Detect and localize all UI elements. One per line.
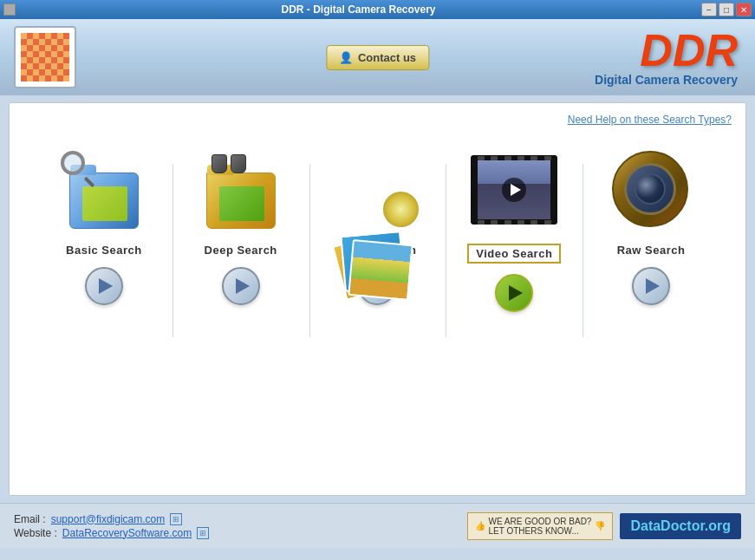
basic-search-button[interactable] [85,267,123,305]
basic-search-icon-area [56,147,152,233]
lens-middle [624,163,676,215]
deep-search-icon [198,151,284,229]
deep-search-icon-area [193,147,289,233]
deep-search-label: Deep Search [205,244,277,257]
email-link[interactable]: support@fixdigicam.com [51,513,166,525]
deep-search-button[interactable] [222,267,260,305]
raw-search-label: Raw Search [617,244,686,257]
photo-card-3 [348,239,413,301]
feedback-icon: 👍 [475,521,485,531]
search-item-video: Video Search [453,147,575,312]
feedback-button[interactable]: 👍 WE ARE GOOD OR BAD? LET OTHERS KNOW...… [467,512,614,540]
close-button[interactable]: ✕ [736,3,752,16]
footer-contact-info: Email : support@fixdigicam.com ⊞ Website… [14,513,209,539]
minimize-button[interactable]: − [701,3,717,16]
magnifier-icon [61,151,95,186]
folder-deep [206,173,276,229]
video-search-icon [466,151,562,229]
footer-email-row: Email : support@fixdigicam.com ⊞ [14,513,209,525]
lens-outer [612,151,688,227]
film-hole [517,220,524,225]
raw-search-icon [603,151,699,229]
video-search-label: Video Search [467,244,561,264]
play-triangle [236,278,250,294]
film-hole [504,156,511,160]
film-hole [517,156,524,160]
camera-lens [612,151,690,229]
film-hole [530,220,537,225]
film-hole [491,156,498,160]
lens-inner [635,173,666,205]
play-tri-video [511,184,521,196]
photo-overlay [381,190,420,229]
video-search-button[interactable] [495,274,533,312]
logo-box [14,26,76,88]
datadoctor-badge: DataDoctor.org [620,513,741,539]
film-hole [530,156,537,160]
header: 👤 Contact us DDR Digital Camera Recovery [0,19,755,95]
email-label: Email : [14,513,46,525]
title-bar: DDR - Digital Camera Recovery − □ ✕ [0,0,755,19]
brand-subtitle: Digital Camera Recovery [595,73,738,87]
search-item-raw: Raw Search [590,147,712,305]
folder-basic-content [82,186,127,221]
maximize-button[interactable]: □ [719,3,734,16]
email-external-icon[interactable]: ⊞ [170,513,182,525]
feedback-text: WE ARE GOOD OR BAD? LET OTHERS KNOW... [489,517,592,536]
footer: Email : support@fixdigicam.com ⊞ Website… [0,503,755,548]
play-triangle [646,278,660,294]
film-hole [478,220,485,225]
contact-button[interactable]: 👤 Contact us [326,45,429,70]
brand-area: DDR Digital Camera Recovery [595,28,738,87]
film-hole [491,220,498,225]
play-triangle [99,278,113,294]
logo-icon [21,33,69,81]
video-search-icon-area [466,147,562,233]
raw-search-button[interactable] [632,267,670,305]
website-external-icon[interactable]: ⊞ [197,527,209,539]
footer-website-row: Website : DataRecoverySoftware.com ⊞ [14,527,209,539]
main-content: Need Help on these Search Types? Basic S… [9,102,746,496]
website-link[interactable]: DataRecoverySoftware.com [62,527,192,539]
folder-deep-content [219,186,264,221]
film-hole [544,220,551,225]
film-hole [478,156,485,160]
feedback-icon-right: 👎 [595,521,605,531]
film-hole [504,220,511,225]
basic-search-label: Basic Search [66,244,142,257]
website-label: Website : [14,527,57,539]
magnifier-circle [61,151,85,175]
feedback-sub-text: LET OTHERS KNOW... [489,526,592,536]
filmstrip [471,155,557,225]
film-holes-bottom [471,219,557,225]
bino-lens-left [212,154,227,173]
search-item-basic: Basic Search [43,147,165,305]
help-link[interactable]: Need Help on these Search Types? [568,114,732,126]
search-grid: Basic Search Deep Search [18,147,737,312]
feedback-main-text: WE ARE GOOD OR BAD? [489,517,592,526]
photo-search-icon-area [329,147,425,233]
bino-lens-right [231,154,246,173]
binoculars-icon [212,154,246,173]
search-item-photo: Photo Search [316,147,438,305]
play-triangle-active [509,285,523,301]
window-title: DDR - Digital Camera Recovery [16,3,701,16]
contact-person-icon: 👤 [339,51,353,64]
datadoctor-text: DataDoctor.org [630,518,731,533]
video-play-overlay [502,178,526,202]
raw-search-icon-area [603,147,699,233]
photo-search-icon [334,151,420,229]
basic-search-icon [61,151,147,229]
contact-label: Contact us [358,51,416,64]
window-controls: − □ ✕ [701,3,752,16]
app-icon [3,3,16,16]
search-item-deep: Deep Search [180,147,302,305]
film-hole [544,156,551,160]
footer-right: 👍 WE ARE GOOD OR BAD? LET OTHERS KNOW...… [467,512,742,540]
brand-ddr: DDR [595,28,738,73]
